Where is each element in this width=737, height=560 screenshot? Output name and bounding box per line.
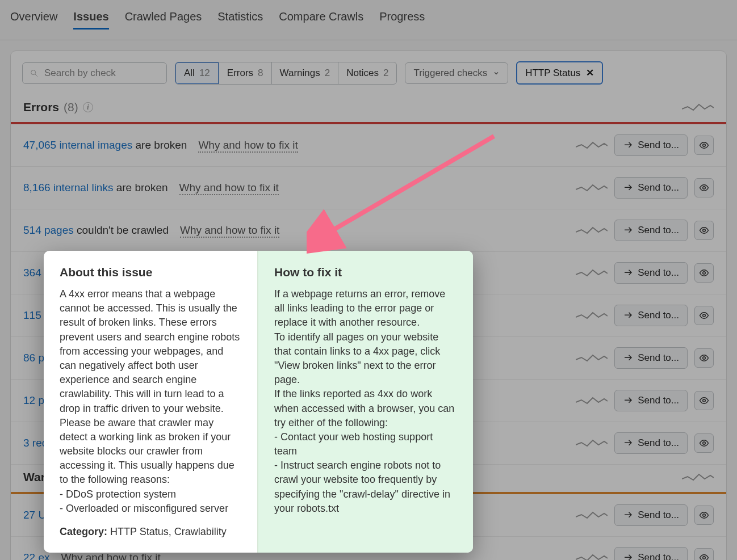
send-to-button[interactable]: Send to...: [614, 390, 688, 411]
issue-text: couldn't be crawled: [74, 224, 169, 236]
send-to-button[interactable]: Send to...: [614, 504, 688, 526]
view-button[interactable]: [694, 306, 714, 325]
segment-notices-count: 2: [383, 68, 388, 79]
send-to-label: Send to...: [638, 395, 679, 406]
why-and-how-link[interactable]: Why and how to fix it: [179, 182, 279, 195]
main-tabs: Overview Issues Crawled Pages Statistics…: [0, 0, 737, 40]
eye-icon: [699, 438, 709, 448]
tab-overview[interactable]: Overview: [10, 10, 57, 30]
view-button[interactable]: [694, 263, 714, 283]
view-button[interactable]: [694, 348, 714, 368]
tab-compare-crawls[interactable]: Compare Crawls: [279, 10, 363, 30]
tab-statistics[interactable]: Statistics: [217, 10, 263, 30]
segment-warnings-label: Warnings: [280, 68, 320, 79]
eye-icon: [699, 395, 709, 406]
why-and-how-link[interactable]: Why and how to fix it: [198, 139, 298, 153]
issue-link[interactable]: 47,065 internal images: [23, 139, 132, 151]
eye-icon: [699, 268, 709, 278]
tab-crawled-pages[interactable]: Crawled Pages: [125, 10, 202, 30]
search-icon: [30, 69, 39, 78]
send-to-label: Send to...: [638, 310, 679, 321]
eye-icon: [699, 310, 709, 321]
eye-icon: [699, 183, 709, 193]
send-to-button[interactable]: Send to...: [614, 262, 688, 284]
segment-warnings[interactable]: Warnings 2: [271, 62, 338, 84]
send-to-button[interactable]: Send to...: [614, 547, 688, 560]
issue-row: 8,166 internal links are brokenWhy and h…: [11, 167, 726, 209]
eye-icon: [699, 510, 709, 520]
share-arrow-icon: [623, 140, 633, 150]
tab-issues[interactable]: Issues: [73, 10, 108, 30]
why-and-how-link[interactable]: Why and how to fix it: [61, 551, 160, 560]
search-input[interactable]: Search by check: [22, 62, 167, 84]
svg-point-9: [703, 442, 706, 445]
segment-notices-label: Notices: [346, 68, 379, 79]
send-to-button[interactable]: Send to...: [614, 347, 688, 369]
svg-point-3: [703, 187, 706, 190]
view-button[interactable]: [694, 221, 714, 240]
share-arrow-icon: [623, 510, 633, 520]
view-button[interactable]: [694, 391, 714, 410]
send-to-button[interactable]: Send to...: [614, 220, 688, 241]
triggered-checks-dropdown[interactable]: Triggered checks: [405, 62, 508, 84]
send-to-label: Send to...: [638, 437, 679, 449]
errors-title: Errors: [23, 100, 59, 114]
send-to-label: Send to...: [638, 552, 679, 560]
about-title: About this issue: [60, 266, 241, 279]
issue-link[interactable]: 22 ex: [23, 551, 49, 560]
filter-chip-http-status[interactable]: HTTP Status ✕: [516, 61, 603, 85]
svg-point-6: [703, 314, 706, 317]
segment-notices[interactable]: Notices 2: [338, 62, 396, 84]
about-column: About this issue A 4xx error means that …: [44, 251, 258, 553]
sparkline-icon: [682, 101, 714, 113]
sparkline-icon: [576, 309, 608, 322]
share-arrow-icon: [623, 553, 633, 560]
view-button[interactable]: [694, 136, 714, 155]
send-to-button[interactable]: Send to...: [614, 134, 688, 156]
info-icon[interactable]: i: [83, 102, 93, 112]
send-to-button[interactable]: Send to...: [614, 305, 688, 326]
sparkline-icon: [576, 224, 608, 237]
sparkline-icon: [576, 352, 608, 364]
eye-icon: [699, 353, 709, 363]
eye-icon: [699, 225, 709, 235]
view-button[interactable]: [694, 178, 714, 197]
why-and-how-link[interactable]: Why and how to fix it: [180, 224, 279, 238]
issue-link[interactable]: 514 pages: [23, 224, 74, 236]
sparkline-icon: [682, 471, 714, 483]
segment-all-label: All: [184, 68, 195, 79]
tab-progress[interactable]: Progress: [379, 10, 425, 30]
share-arrow-icon: [623, 353, 633, 363]
triggered-checks-label: Triggered checks: [413, 68, 487, 79]
segment-all[interactable]: All 12: [175, 62, 219, 85]
about-body: A 4xx error means that a webpage cannot …: [60, 287, 241, 516]
sparkline-icon: [576, 437, 608, 449]
svg-line-1: [35, 74, 37, 77]
view-button[interactable]: [694, 433, 714, 453]
segment-all-count: 12: [199, 68, 210, 79]
sparkline-icon: [576, 509, 608, 521]
issue-text: are broken: [113, 182, 168, 193]
filter-chip-http-status-remove[interactable]: ✕: [586, 67, 594, 79]
errors-count: (8): [64, 100, 78, 114]
eye-icon: [699, 140, 709, 150]
send-to-button[interactable]: Send to...: [614, 177, 688, 199]
svg-point-2: [703, 144, 706, 147]
fix-title: How to fix it: [274, 266, 457, 279]
send-to-button[interactable]: Send to...: [614, 432, 688, 454]
send-to-label: Send to...: [638, 225, 679, 236]
sparkline-icon: [576, 267, 608, 279]
svg-point-5: [703, 272, 706, 275]
svg-point-7: [703, 357, 706, 360]
svg-point-0: [31, 70, 36, 74]
share-arrow-icon: [623, 225, 633, 235]
issue-row: 514 pages couldn't be crawledWhy and how…: [11, 209, 726, 252]
view-button[interactable]: [694, 548, 714, 560]
sparkline-icon: [576, 551, 608, 560]
view-button[interactable]: [694, 506, 714, 525]
issue-link[interactable]: 8,166 internal links: [23, 182, 113, 193]
segment-errors[interactable]: Errors 8: [219, 62, 271, 84]
segment-warnings-count: 2: [325, 68, 330, 79]
send-to-label: Send to...: [638, 267, 679, 279]
send-to-label: Send to...: [638, 140, 679, 151]
